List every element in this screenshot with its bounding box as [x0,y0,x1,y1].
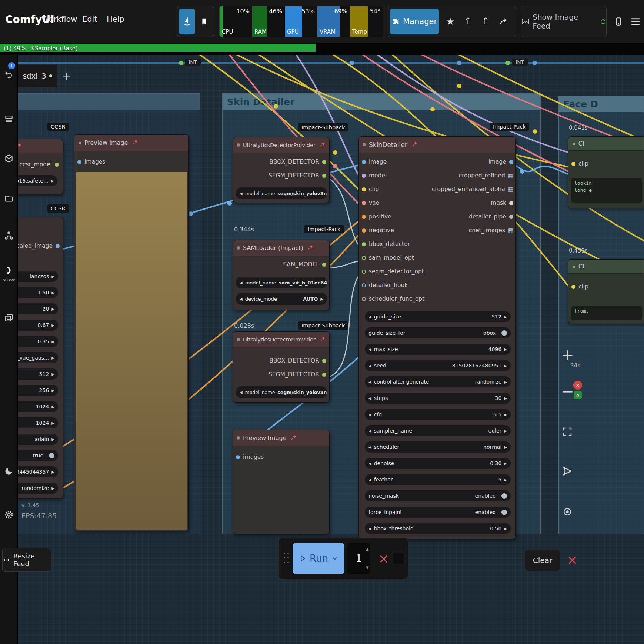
preview-image-node-1[interactable]: ▪ Preview Image images [74,134,189,531]
preview-image-header[interactable]: ▪ Preview Image [74,135,188,151]
ultralytics-detector-node-2[interactable]: UltralyticsDetectorProvider BBOX_DETECTO… [233,331,330,403]
toggle-knob[interactable] [501,493,507,499]
bookmark-button[interactable] [196,9,212,34]
arrow-left-icon[interactable]: ◀ [368,413,371,417]
node-header[interactable]: SkinDetailer [359,137,515,153]
output-dot[interactable] [322,174,326,178]
arrow-right-icon[interactable]: ▶ [504,396,507,400]
output-dot[interactable] [55,163,59,167]
arrow-right-icon[interactable]: ▶ [51,372,54,376]
output-dot[interactable] [322,263,326,267]
output-dot[interactable] [322,373,326,377]
node-header[interactable]: UltralyticsDetectorProvider [233,137,329,153]
arrow-right-icon[interactable]: ▶ [51,421,54,425]
clip-input[interactable]: clip [571,283,616,290]
output-dot[interactable] [509,201,513,205]
images-input[interactable]: images [77,159,151,165]
node-header[interactable]: UltralyticsDetectorProvider [233,332,329,347]
arrow-right-icon[interactable]: ▶ [504,478,507,482]
fit-view-button[interactable] [560,424,575,439]
arrow-right-icon[interactable]: ▶ [51,437,54,441]
input-image[interactable]: image [362,159,436,165]
toggle-knob[interactable] [501,510,507,515]
output-image[interactable]: image [438,159,513,165]
device-view-button[interactable] [610,10,627,33]
sidebar-item-model-library[interactable] [0,150,18,167]
main-menu-button[interactable] [628,10,643,33]
grid-slot-icon[interactable]: ▦ [508,187,513,192]
model-name-widget[interactable]: ◀ model_name segm/skin_yolov8n-seg_... ▶ [236,187,327,199]
output-dot[interactable] [509,160,513,164]
node-header[interactable]: ▪ Cl [568,260,644,274]
sidebar-item-sdppp[interactable] [0,264,18,277]
output-dot[interactable] [322,160,326,164]
input-dot[interactable] [362,160,366,164]
toggle-knob[interactable] [49,453,54,458]
zoom-out-button[interactable]: − [560,384,575,398]
count-down-button[interactable]: ▼ [366,566,369,570]
input-dot[interactable] [362,270,366,274]
node-header[interactable]: ▪ Cl [568,137,644,151]
output-cnet-images[interactable]: cnet_images▦ [438,227,513,234]
collapse-dot[interactable] [363,143,366,146]
node-header[interactable]: SAMLoader (Impact) [233,240,329,256]
arrow-right-icon[interactable]: ▶ [51,470,54,474]
clear-button[interactable]: Clear [525,550,560,571]
sam-loader-node[interactable]: SAMLoader (Impact) SAM_MODEL ◀ model_nam… [233,240,330,310]
input-model[interactable]: model [362,172,436,179]
widget-force-inpaint[interactable]: force_inpaintenabled [365,507,511,518]
bbox-detector-output[interactable]: BBOX_DETECTOR [233,357,326,364]
clip-node-fragment-1[interactable]: ▪ Cl clip lookin long_e [568,136,644,208]
arrow-right-icon[interactable]: ▶ [504,315,507,319]
grid-slot-icon[interactable]: ▦ [508,173,513,178]
grid-slot-icon[interactable]: ▦ [508,228,513,233]
input-segm-detector-opt[interactable]: segm_detector_opt [362,268,443,275]
clip-input[interactable]: clip [571,160,616,167]
arrow-left-icon[interactable]: ◀ [368,527,371,531]
arrow-right-icon[interactable]: ▶ [51,291,54,295]
arrow-right-icon[interactable]: ▶ [51,486,54,490]
resize-feed-button[interactable]: Resize Feed [2,548,51,572]
preview-image-header[interactable]: Preview Image [233,430,329,446]
collapse-dot[interactable] [237,246,240,250]
widget-seed[interactable]: ◀seed815028162480951▶ [365,360,511,371]
output-cropped-refined[interactable]: cropped_refined▦ [438,172,513,179]
arrow-left-icon[interactable]: ◀ [368,380,371,384]
stop-button[interactable] [393,553,404,564]
arrow-left-icon[interactable]: ◀ [368,315,371,319]
arrow-right-icon[interactable]: ▶ [320,297,323,301]
toggle-knob[interactable] [501,330,507,336]
extension-badge[interactable]: e [574,391,582,399]
input-positive[interactable]: positive [362,213,436,220]
manager-button[interactable]: Manager [390,9,439,34]
arrow-right-icon[interactable]: ▶ [51,405,54,409]
reroute-int-2[interactable]: INT [512,59,528,66]
arrow-right-icon[interactable]: ▶ [51,388,54,393]
sidebar-item-node-map[interactable] [0,227,18,244]
arrow-right-icon[interactable]: ▶ [504,445,507,449]
arrow-right-icon[interactable]: ▶ [504,413,507,417]
prompt-text-widget[interactable]: lookin long_e [571,178,642,203]
close-overlay-badge[interactable]: × [573,381,582,390]
chevron-down-icon[interactable] [331,555,338,562]
arrow-right-icon[interactable]: ▶ [504,527,507,531]
model-name-widget[interactable]: ◀ model_name segm/skin_yolov8n-seg_... ▶ [236,386,327,398]
output-dot[interactable] [322,359,326,363]
arrow-left-icon[interactable]: ◀ [368,364,371,368]
prompt-text-widget[interactable]: from. [571,306,642,320]
pointer-button[interactable] [560,464,575,478]
input-dot[interactable] [362,187,366,191]
workflow-tab[interactable]: sdxl_3 [18,65,57,87]
focus-button[interactable] [560,504,575,519]
bbox-detector-output[interactable]: BBOX_DETECTOR [233,159,326,165]
arrow-right-icon[interactable]: ▶ [51,323,54,327]
output-mask[interactable]: mask [438,200,513,206]
input-dot[interactable] [362,201,366,205]
output-dot[interactable] [509,215,513,219]
sidebar-item-workflows[interactable] [0,66,18,82]
sidebar-item-templates[interactable] [0,310,18,326]
count-up-button[interactable]: ▲ [366,547,369,551]
input-dot[interactable] [362,256,366,260]
hook-button-2[interactable] [480,9,492,34]
widget-sampler-name[interactable]: ◀sampler_nameeuler▶ [365,425,511,436]
